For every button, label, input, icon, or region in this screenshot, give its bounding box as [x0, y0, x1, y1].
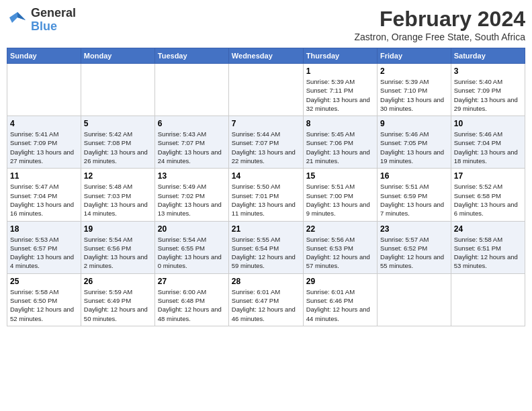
day-info: Sunrise: 6:00 AM Sunset: 6:48 PM Dayligh… — [158, 287, 226, 323]
day-info: Sunrise: 5:43 AM Sunset: 7:07 PM Dayligh… — [158, 130, 226, 165]
day-info: Sunrise: 5:50 AM Sunset: 7:01 PM Dayligh… — [232, 182, 300, 218]
day-info: Sunrise: 5:58 AM Sunset: 6:51 PM Dayligh… — [454, 235, 522, 271]
table-row: 23Sunrise: 5:57 AM Sunset: 6:52 PM Dayli… — [378, 221, 451, 273]
day-number: 14 — [232, 171, 300, 181]
day-info: Sunrise: 5:45 AM Sunset: 7:06 PM Dayligh… — [306, 130, 374, 165]
logo-text: General Blue — [31, 7, 76, 34]
header-friday: Friday — [378, 48, 451, 64]
page-header: General Blue February 2024 Zastron, Oran… — [7, 7, 525, 42]
table-row: 29Sunrise: 6:01 AM Sunset: 6:46 PM Dayli… — [303, 273, 377, 326]
day-info: Sunrise: 5:58 AM Sunset: 6:50 PM Dayligh… — [10, 287, 78, 323]
day-number: 22 — [306, 224, 374, 234]
day-number: 27 — [158, 277, 226, 286]
day-info: Sunrise: 5:46 AM Sunset: 7:05 PM Dayligh… — [380, 130, 448, 165]
table-row — [81, 64, 154, 116]
table-row: 10Sunrise: 5:46 AM Sunset: 7:04 PM Dayli… — [451, 116, 525, 169]
table-row — [378, 273, 451, 326]
header-saturday: Saturday — [451, 48, 525, 64]
day-number: 3 — [454, 66, 522, 76]
day-number: 12 — [84, 171, 152, 181]
day-number: 20 — [158, 224, 226, 234]
calendar-week-row: 25Sunrise: 5:58 AM Sunset: 6:50 PM Dayli… — [7, 273, 525, 326]
table-row: 24Sunrise: 5:58 AM Sunset: 6:51 PM Dayli… — [451, 221, 525, 273]
day-number: 8 — [306, 119, 374, 128]
day-info: Sunrise: 5:42 AM Sunset: 7:08 PM Dayligh… — [84, 130, 152, 165]
day-number: 18 — [10, 224, 78, 234]
day-info: Sunrise: 5:48 AM Sunset: 7:03 PM Dayligh… — [84, 182, 152, 218]
table-row: 26Sunrise: 5:59 AM Sunset: 6:49 PM Dayli… — [81, 273, 154, 326]
header-monday: Monday — [81, 48, 154, 64]
day-info: Sunrise: 5:44 AM Sunset: 7:07 PM Dayligh… — [232, 130, 300, 165]
table-row: 4Sunrise: 5:41 AM Sunset: 7:09 PM Daylig… — [7, 116, 81, 169]
calendar-week-row: 4Sunrise: 5:41 AM Sunset: 7:09 PM Daylig… — [7, 116, 525, 169]
table-row: 12Sunrise: 5:48 AM Sunset: 7:03 PM Dayli… — [81, 169, 154, 221]
table-row: 16Sunrise: 5:51 AM Sunset: 6:59 PM Dayli… — [378, 169, 451, 221]
table-row: 14Sunrise: 5:50 AM Sunset: 7:01 PM Dayli… — [228, 169, 303, 221]
day-number: 7 — [232, 119, 300, 128]
day-number: 19 — [84, 224, 152, 234]
logo-icon — [7, 9, 28, 31]
table-row: 5Sunrise: 5:42 AM Sunset: 7:08 PM Daylig… — [81, 116, 154, 169]
day-number: 13 — [158, 171, 226, 181]
table-row: 8Sunrise: 5:45 AM Sunset: 7:06 PM Daylig… — [303, 116, 377, 169]
header-sunday: Sunday — [7, 48, 81, 64]
table-row: 27Sunrise: 6:00 AM Sunset: 6:48 PM Dayli… — [154, 273, 228, 326]
day-number: 24 — [454, 224, 522, 234]
day-info: Sunrise: 5:41 AM Sunset: 7:09 PM Dayligh… — [10, 130, 78, 165]
table-row: 2Sunrise: 5:39 AM Sunset: 7:10 PM Daylig… — [378, 64, 451, 116]
day-info: Sunrise: 5:55 AM Sunset: 6:54 PM Dayligh… — [232, 235, 300, 271]
calendar-title: February 2024 — [355, 7, 525, 32]
table-row: 19Sunrise: 5:54 AM Sunset: 6:56 PM Dayli… — [81, 221, 154, 273]
table-row: 20Sunrise: 5:54 AM Sunset: 6:55 PM Dayli… — [154, 221, 228, 273]
header-wednesday: Wednesday — [228, 48, 303, 64]
day-number: 25 — [10, 277, 78, 286]
day-info: Sunrise: 5:47 AM Sunset: 7:04 PM Dayligh… — [10, 182, 78, 218]
day-info: Sunrise: 5:39 AM Sunset: 7:10 PM Dayligh… — [380, 77, 448, 113]
table-row: 13Sunrise: 5:49 AM Sunset: 7:02 PM Dayli… — [154, 169, 228, 221]
day-number: 6 — [158, 119, 226, 128]
day-info: Sunrise: 5:52 AM Sunset: 6:58 PM Dayligh… — [454, 182, 522, 218]
day-number: 28 — [232, 277, 300, 286]
day-info: Sunrise: 5:40 AM Sunset: 7:09 PM Dayligh… — [454, 77, 522, 113]
table-row — [228, 64, 303, 116]
calendar-week-row: 11Sunrise: 5:47 AM Sunset: 7:04 PM Dayli… — [7, 169, 525, 221]
header-thursday: Thursday — [303, 48, 377, 64]
day-number: 9 — [380, 119, 448, 128]
day-info: Sunrise: 5:46 AM Sunset: 7:04 PM Dayligh… — [454, 130, 522, 165]
day-number: 5 — [84, 119, 152, 128]
table-row: 6Sunrise: 5:43 AM Sunset: 7:07 PM Daylig… — [154, 116, 228, 169]
day-info: Sunrise: 5:54 AM Sunset: 6:55 PM Dayligh… — [158, 235, 226, 271]
day-number: 4 — [10, 119, 78, 128]
day-info: Sunrise: 5:53 AM Sunset: 6:57 PM Dayligh… — [10, 235, 78, 271]
table-row: 21Sunrise: 5:55 AM Sunset: 6:54 PM Dayli… — [228, 221, 303, 273]
table-row — [451, 273, 525, 326]
table-row: 25Sunrise: 5:58 AM Sunset: 6:50 PM Dayli… — [7, 273, 81, 326]
day-number: 1 — [306, 66, 374, 76]
calendar-header-row: Sunday Monday Tuesday Wednesday Thursday… — [7, 48, 525, 64]
table-row: 11Sunrise: 5:47 AM Sunset: 7:04 PM Dayli… — [7, 169, 81, 221]
logo: General Blue — [7, 7, 76, 34]
day-info: Sunrise: 6:01 AM Sunset: 6:46 PM Dayligh… — [306, 287, 374, 323]
calendar-week-row: 1Sunrise: 5:39 AM Sunset: 7:11 PM Daylig… — [7, 64, 525, 116]
day-number: 26 — [84, 277, 152, 286]
header-tuesday: Tuesday — [154, 48, 228, 64]
day-number: 29 — [306, 277, 374, 286]
table-row: 22Sunrise: 5:56 AM Sunset: 6:53 PM Dayli… — [303, 221, 377, 273]
day-number: 16 — [380, 171, 448, 181]
day-number: 23 — [380, 224, 448, 234]
day-info: Sunrise: 5:57 AM Sunset: 6:52 PM Dayligh… — [380, 235, 448, 271]
table-row: 18Sunrise: 5:53 AM Sunset: 6:57 PM Dayli… — [7, 221, 81, 273]
day-info: Sunrise: 5:59 AM Sunset: 6:49 PM Dayligh… — [84, 287, 152, 323]
day-info: Sunrise: 5:39 AM Sunset: 7:11 PM Dayligh… — [306, 77, 374, 113]
table-row — [154, 64, 228, 116]
day-number: 10 — [454, 119, 522, 128]
day-info: Sunrise: 5:51 AM Sunset: 7:00 PM Dayligh… — [306, 182, 374, 218]
day-number: 2 — [380, 66, 448, 76]
table-row — [7, 64, 81, 116]
day-number: 15 — [306, 171, 374, 181]
calendar-table: Sunday Monday Tuesday Wednesday Thursday… — [7, 48, 525, 326]
day-number: 17 — [454, 171, 522, 181]
calendar-week-row: 18Sunrise: 5:53 AM Sunset: 6:57 PM Dayli… — [7, 221, 525, 273]
table-row: 28Sunrise: 6:01 AM Sunset: 6:47 PM Dayli… — [228, 273, 303, 326]
table-row: 15Sunrise: 5:51 AM Sunset: 7:00 PM Dayli… — [303, 169, 377, 221]
